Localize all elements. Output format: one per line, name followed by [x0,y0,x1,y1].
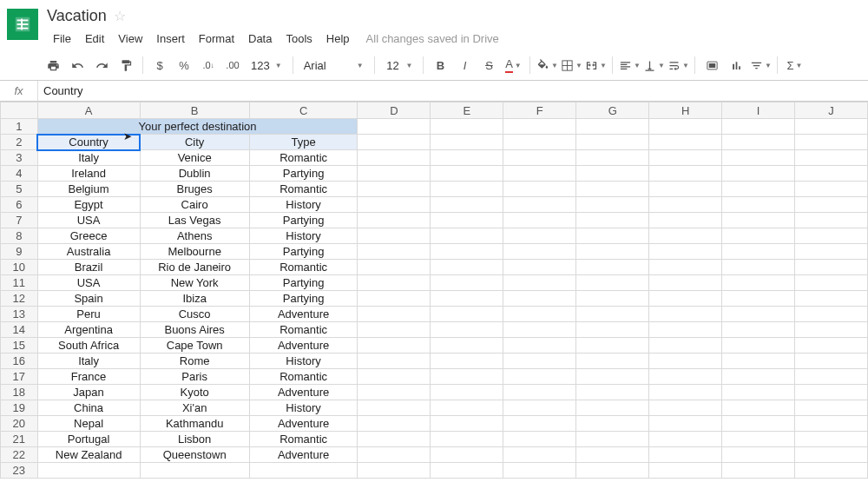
cell[interactable] [649,432,722,447]
cell[interactable] [358,447,431,463]
cell[interactable] [503,338,576,354]
cell[interactable] [795,213,868,228]
data-cell[interactable]: Partying [249,244,358,260]
cell[interactable] [503,354,576,369]
more-formats[interactable]: 123▼ [246,54,287,76]
cell[interactable] [358,385,431,400]
cell[interactable] [795,228,868,244]
cell[interactable] [795,463,868,479]
cell[interactable] [722,369,795,385]
cell[interactable] [795,244,868,260]
data-cell[interactable]: Romantic [249,369,358,385]
row-header[interactable]: 21 [1,432,38,447]
cell[interactable] [795,150,868,166]
row-header[interactable]: 9 [1,244,38,260]
menu-edit[interactable]: Edit [79,29,110,49]
cell[interactable] [503,213,576,228]
data-cell[interactable]: Adventure [249,338,358,354]
cell[interactable] [795,166,868,182]
cell[interactable] [503,291,576,307]
cell[interactable] [358,260,431,275]
data-cell[interactable]: Partying [249,166,358,182]
cell[interactable] [503,385,576,400]
text-color-button[interactable]: A▼ [502,54,524,76]
col-header-h[interactable]: H [649,102,722,119]
row-header[interactable]: 12 [1,291,38,307]
cell[interactable] [722,228,795,244]
cell[interactable] [722,385,795,400]
cell[interactable] [503,307,576,322]
strikethrough-button[interactable]: S [477,54,500,76]
cell[interactable] [649,166,722,182]
insert-link-icon[interactable] [700,54,723,76]
cell[interactable] [358,400,431,416]
cell[interactable] [431,119,503,135]
cell[interactable] [358,150,431,166]
cell[interactable] [576,244,649,260]
cell[interactable] [576,119,649,135]
data-cell[interactable]: Belgium [37,182,140,197]
row-header[interactable]: 16 [1,354,38,369]
cell[interactable] [649,182,722,197]
menu-file[interactable]: File [47,29,77,49]
cell[interactable] [576,166,649,182]
cell[interactable] [358,432,431,447]
cell[interactable] [722,322,795,338]
cell[interactable] [503,400,576,416]
col-header-i[interactable]: I [722,102,795,119]
cell[interactable] [722,260,795,275]
print-icon[interactable] [42,54,64,76]
data-cell[interactable]: Paris [140,369,249,385]
data-cell[interactable]: Spain [37,291,140,307]
cell[interactable] [431,291,503,307]
spreadsheet-grid[interactable]: A B C D E F G H I J 1Your perfect destin… [0,102,868,479]
cell[interactable] [795,400,868,416]
cell[interactable] [37,463,140,479]
cell[interactable] [649,354,722,369]
cell[interactable] [795,447,868,463]
cell[interactable] [649,369,722,385]
row-header[interactable]: 20 [1,416,38,432]
row-header[interactable]: 2 [1,135,38,150]
sheets-logo[interactable] [7,9,38,40]
cell[interactable] [431,213,503,228]
cell[interactable] [358,166,431,182]
cell-c2[interactable]: Type [249,135,358,150]
col-header-e[interactable]: E [431,102,503,119]
undo-icon[interactable] [66,54,89,76]
text-wrap-button[interactable]: ▼ [667,54,689,76]
data-cell[interactable]: History [249,400,358,416]
insert-chart-icon[interactable] [725,54,747,76]
col-header-d[interactable]: D [358,102,431,119]
cell[interactable] [503,416,576,432]
data-cell[interactable]: History [249,197,358,213]
cell[interactable] [649,260,722,275]
data-cell[interactable]: Ireland [37,166,140,182]
cell[interactable] [649,385,722,400]
row-header[interactable]: 15 [1,338,38,354]
row-header[interactable]: 14 [1,322,38,338]
data-cell[interactable]: Cusco [140,307,249,322]
cell[interactable] [649,119,722,135]
cell[interactable] [795,369,868,385]
row-header[interactable]: 22 [1,447,38,463]
cell[interactable] [431,150,503,166]
cell[interactable] [576,400,649,416]
cell[interactable] [722,135,795,150]
cell[interactable] [649,228,722,244]
cell[interactable] [576,338,649,354]
cell[interactable] [358,291,431,307]
cell[interactable] [431,135,503,150]
data-cell[interactable]: USA [37,275,140,291]
cell[interactable] [431,322,503,338]
cell[interactable] [249,463,358,479]
cell[interactable] [431,400,503,416]
italic-button[interactable]: I [453,54,476,76]
merge-cells-button[interactable]: ▼ [584,54,607,76]
data-cell[interactable]: Adventure [249,447,358,463]
cell[interactable] [431,166,503,182]
cell[interactable] [576,260,649,275]
menu-insert[interactable]: Insert [150,29,191,49]
row-header[interactable]: 10 [1,260,38,275]
cell[interactable] [358,338,431,354]
